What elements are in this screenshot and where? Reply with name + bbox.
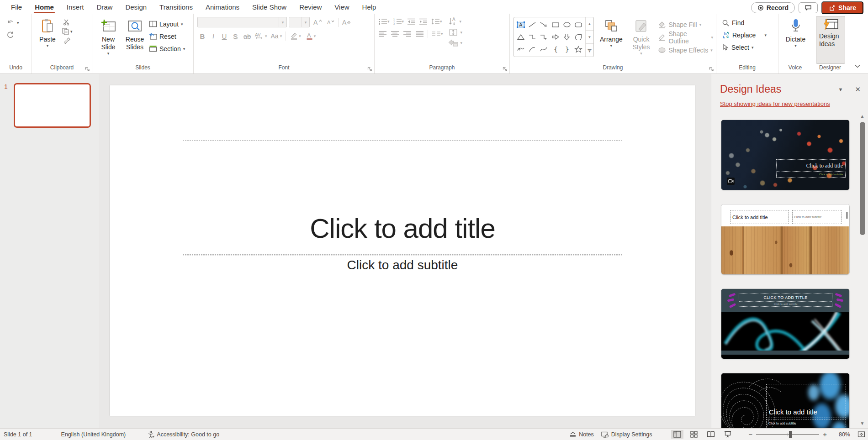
line-spacing-button[interactable]: ▾	[431, 18, 442, 25]
menu-tab-transitions[interactable]: Transitions	[153, 0, 199, 14]
design-idea-wood-planks[interactable]: Click to add title Click to add subtitle	[721, 204, 849, 274]
copy-dropdown-chevron[interactable]: ▾	[70, 29, 73, 34]
shape-right-arrow[interactable]	[550, 31, 561, 43]
shapes-scroll-down-button[interactable]: ▼	[586, 30, 593, 43]
shape-teardrop[interactable]	[573, 31, 584, 43]
decrease-indent-button[interactable]	[407, 18, 416, 25]
text-highlight-color-button[interactable]: ▾	[290, 32, 301, 40]
shape-curve[interactable]	[538, 43, 550, 56]
underline-button[interactable]: U	[219, 32, 229, 40]
increase-font-size-button[interactable]: A	[312, 19, 323, 26]
shape-outline-button[interactable]: Shape Outline▾	[658, 31, 713, 43]
shape-elbow-arrow-connector[interactable]	[538, 31, 550, 43]
menu-tab-draw[interactable]: Draw	[90, 0, 119, 14]
layout-button[interactable]: Layout ▾	[149, 18, 185, 30]
shape-star[interactable]	[573, 43, 584, 56]
zoom-in-button[interactable]: +	[823, 430, 827, 438]
shape-rectangle[interactable]	[550, 18, 561, 31]
shape-scribble[interactable]	[515, 43, 526, 56]
paste-button[interactable]: Paste ▾	[36, 17, 59, 64]
design-idea-topographic-flowers[interactable]: Click to add title Click to add subtitle	[721, 373, 849, 428]
text-shadow-button[interactable]: S	[230, 32, 240, 40]
replace-button[interactable]: bc Replace ▾	[722, 29, 775, 41]
format-painter-button[interactable]	[62, 37, 73, 44]
align-left-button[interactable]	[378, 31, 387, 37]
clear-formatting-button[interactable]: A	[340, 19, 352, 26]
design-ideas-button[interactable]: Design Ideas	[816, 16, 845, 64]
design-panel-scrollbar[interactable]: ▲ ▼	[858, 113, 867, 427]
undo-dropdown-chevron[interactable]: ▾	[17, 21, 19, 25]
share-button[interactable]: Share	[821, 1, 863, 14]
zoom-slider-thumb[interactable]	[789, 431, 792, 438]
font-dialog-launcher[interactable]	[366, 66, 373, 72]
shape-down-arrow[interactable]	[561, 31, 572, 43]
section-button[interactable]: Section ▾	[149, 43, 185, 54]
display-settings-button[interactable]: Display Settings	[601, 431, 652, 438]
zoom-out-button[interactable]: −	[748, 430, 752, 438]
numbering-button[interactable]: 123 ▾	[393, 18, 404, 25]
font-name-combobox[interactable]: ▾	[197, 17, 287, 27]
shape-left-brace[interactable]: {	[550, 43, 561, 56]
align-right-button[interactable]	[403, 31, 412, 37]
record-button[interactable]: Record	[751, 2, 795, 13]
drawing-dialog-launcher[interactable]	[708, 66, 715, 72]
shape-arrow[interactable]	[538, 18, 550, 31]
columns-button[interactable]: ▾	[432, 31, 443, 37]
accessibility-status[interactable]: Accessibility: Good to go	[148, 431, 219, 438]
collapse-ribbon-button[interactable]	[854, 62, 861, 70]
italic-button[interactable]: I	[208, 32, 218, 40]
menu-tab-view[interactable]: View	[328, 0, 355, 14]
text-direction-button[interactable]: A ▾	[448, 17, 463, 26]
menu-tab-animations[interactable]: Animations	[199, 0, 246, 14]
language-status[interactable]: English (United Kingdom)	[61, 431, 126, 438]
reuse-slides-button[interactable]: Reuse Slides	[123, 17, 147, 64]
shapes-scroll-up-button[interactable]: ▲	[586, 17, 593, 30]
slide-thumbnail-1[interactable]	[14, 83, 91, 128]
shape-oval[interactable]	[561, 18, 572, 31]
subtitle-placeholder[interactable]: Click to add subtitle	[183, 256, 622, 338]
scrollbar-thumb[interactable]	[860, 122, 865, 235]
shape-line[interactable]	[526, 18, 538, 31]
shape-elbow-connector[interactable]	[526, 31, 538, 43]
menu-tab-slide-show[interactable]: Slide Show	[246, 0, 293, 14]
paste-dropdown-chevron[interactable]: ▾	[47, 43, 49, 48]
reset-button[interactable]: Reset	[149, 31, 185, 42]
shape-rounded-rectangle[interactable]	[573, 18, 584, 31]
panel-options-chevron-icon[interactable]: ▼	[838, 87, 843, 92]
redo-button[interactable]	[6, 29, 29, 41]
font-size-combobox[interactable]: ▾	[289, 17, 310, 27]
zoom-level[interactable]: 80%	[839, 431, 850, 438]
paragraph-dialog-launcher[interactable]	[502, 66, 508, 72]
quick-styles-button[interactable]: Quick Styles ▾	[629, 17, 654, 64]
shape-triangle[interactable]	[515, 31, 526, 43]
new-slide-button[interactable]: New Slide ▾	[96, 17, 121, 64]
title-placeholder[interactable]: Click to add title	[183, 140, 622, 255]
menu-tab-insert[interactable]: Insert	[60, 0, 90, 14]
strikethrough-button[interactable]: ab	[241, 32, 253, 40]
new-slide-dropdown-chevron[interactable]: ▾	[107, 51, 110, 56]
dictate-button[interactable]: Dictate ▾	[783, 17, 809, 64]
shapes-more-button[interactable]: ▬▼	[586, 43, 593, 57]
zoom-slider[interactable]	[756, 434, 819, 435]
menu-tab-design[interactable]: Design	[119, 0, 153, 14]
increase-indent-button[interactable]	[419, 18, 428, 25]
scroll-down-arrow-icon[interactable]: ▼	[860, 420, 865, 427]
select-button[interactable]: Select ▾	[722, 42, 775, 53]
shape-right-brace[interactable]: }	[561, 43, 572, 56]
copy-button[interactable]	[62, 27, 69, 35]
undo-button[interactable]: ▾	[6, 17, 29, 28]
character-spacing-button[interactable]: AV ▾	[254, 32, 267, 40]
change-case-button[interactable]: Aa ▾	[271, 32, 282, 40]
align-text-button[interactable]: ▾	[448, 28, 463, 37]
menu-tab-help[interactable]: Help	[356, 0, 383, 14]
menu-tab-file[interactable]: File	[5, 0, 28, 14]
slide-count[interactable]: Slide 1 of 1	[4, 431, 32, 438]
shape-text-box[interactable]: A	[515, 18, 526, 31]
panel-close-icon[interactable]: ✕	[855, 85, 861, 94]
design-idea-light-swirls[interactable]: CLICK TO ADD TITLE Click to add subtitle	[721, 289, 849, 359]
stop-showing-ideas-link[interactable]: Stop showing ideas for new presentations	[720, 100, 868, 107]
scrollbar-track[interactable]	[859, 120, 866, 420]
comments-button[interactable]	[799, 2, 818, 13]
bullets-button[interactable]: ▾	[378, 18, 390, 25]
arrange-button[interactable]: Arrange ▾	[598, 17, 625, 64]
